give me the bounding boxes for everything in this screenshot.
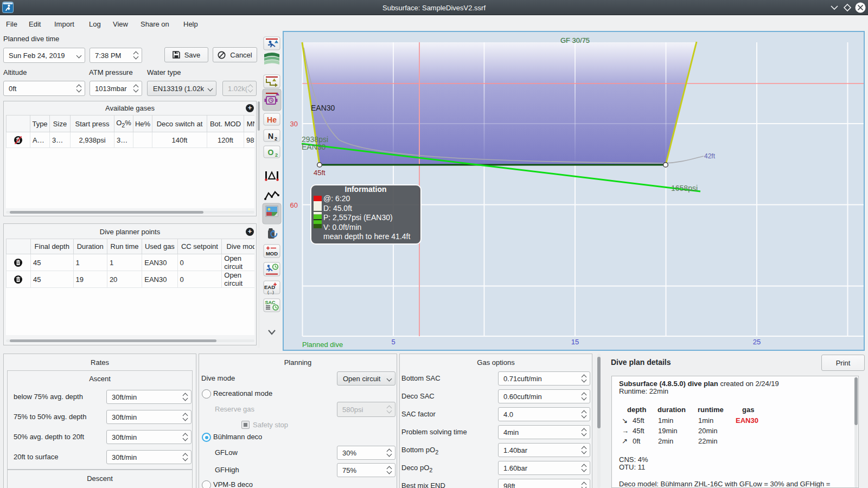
svg-text:O: O — [268, 148, 274, 157]
svg-text:30: 30 — [290, 120, 298, 128]
svg-text:GF 30/75: GF 30/75 — [560, 36, 590, 44]
svg-text:EAN30: EAN30 — [302, 143, 326, 151]
svg-text:25: 25 — [753, 338, 761, 346]
svg-text:42ft: 42ft — [704, 152, 716, 160]
svg-text:5: 5 — [391, 338, 395, 346]
svg-text:(...): (...) — [267, 290, 274, 294]
svg-text:EAN30: EAN30 — [311, 104, 335, 112]
svg-text:2: 2 — [275, 152, 278, 158]
svg-text:Planned dive: Planned dive — [302, 341, 343, 349]
svg-text:15: 15 — [571, 338, 579, 346]
svg-text:MOD: MOD — [266, 251, 278, 256]
svg-text:@: 6:20: @: 6:20 — [323, 194, 350, 203]
svg-text:He: He — [267, 115, 277, 124]
svg-text:mean depth to here 41.4ft: mean depth to here 41.4ft — [323, 232, 410, 241]
svg-text:Information: Information — [345, 185, 387, 194]
svg-text:2: 2 — [275, 136, 277, 142]
svg-text:60: 60 — [290, 201, 298, 209]
svg-text:N: N — [268, 132, 273, 140]
svg-text:D: 45.0ft: D: 45.0ft — [323, 204, 352, 213]
svg-text:SAC: SAC — [265, 300, 276, 305]
svg-text:V: 0.0ft/min: V: 0.0ft/min — [323, 223, 361, 232]
svg-text:45ft: 45ft — [314, 169, 326, 177]
svg-text:P: 2,557psi (EAN30): P: 2,557psi (EAN30) — [323, 213, 393, 222]
svg-text:1658psi: 1658psi — [671, 184, 698, 192]
